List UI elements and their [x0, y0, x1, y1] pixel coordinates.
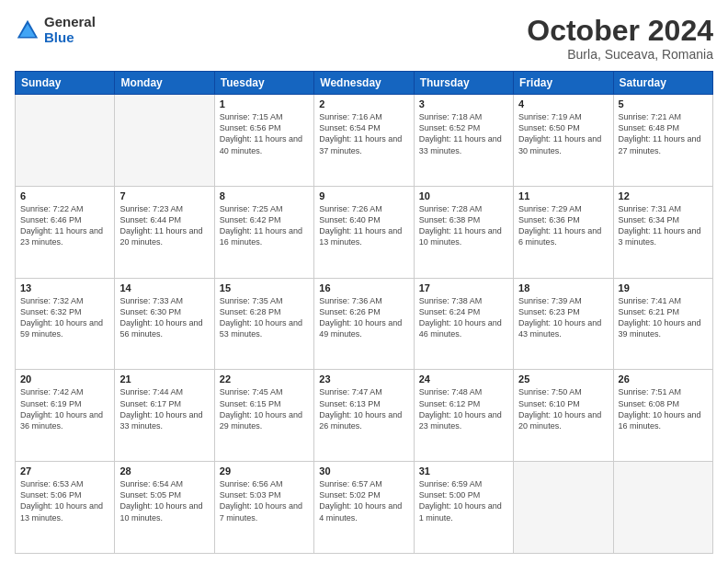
day-detail: Sunrise: 7:33 AM Sunset: 6:30 PM Dayligh… [119, 295, 209, 340]
weekday-header: Thursday [414, 72, 513, 95]
calendar-cell: 30Sunrise: 6:57 AM Sunset: 5:02 PM Dayli… [314, 462, 414, 554]
calendar-cell: 17Sunrise: 7:38 AM Sunset: 6:24 PM Dayli… [414, 278, 513, 370]
logo-text: General Blue [44, 15, 96, 45]
calendar-cell [115, 95, 214, 187]
calendar-cell: 1Sunrise: 7:15 AM Sunset: 6:56 PM Daylig… [214, 95, 313, 187]
day-number: 1 [220, 98, 309, 109]
calendar-cell: 5Sunrise: 7:21 AM Sunset: 6:48 PM Daylig… [613, 95, 712, 187]
day-detail: Sunrise: 7:29 AM Sunset: 6:36 PM Dayligh… [518, 203, 608, 248]
day-detail: Sunrise: 7:23 AM Sunset: 6:44 PM Dayligh… [119, 203, 209, 248]
day-number: 13 [20, 282, 109, 293]
day-detail: Sunrise: 7:32 AM Sunset: 6:32 PM Dayligh… [20, 295, 109, 340]
calendar-cell: 28Sunrise: 6:54 AM Sunset: 5:05 PM Dayli… [115, 462, 214, 554]
calendar-week-row: 13Sunrise: 7:32 AM Sunset: 6:32 PM Dayli… [16, 278, 713, 370]
logo-general: General [44, 15, 96, 30]
day-number: 20 [20, 373, 109, 385]
day-number: 5 [619, 98, 708, 109]
calendar-cell: 31Sunrise: 6:59 AM Sunset: 5:00 PM Dayli… [414, 462, 513, 554]
day-detail: Sunrise: 7:36 AM Sunset: 6:26 PM Dayligh… [319, 295, 408, 340]
calendar-week-row: 27Sunrise: 6:53 AM Sunset: 5:06 PM Dayli… [16, 462, 713, 554]
day-number: 11 [518, 190, 608, 201]
day-detail: Sunrise: 7:41 AM Sunset: 6:21 PM Dayligh… [619, 295, 708, 340]
calendar-cell: 27Sunrise: 6:53 AM Sunset: 5:06 PM Dayli… [16, 462, 115, 554]
day-detail: Sunrise: 6:53 AM Sunset: 5:06 PM Dayligh… [20, 478, 109, 523]
weekday-header: Friday [514, 72, 613, 95]
day-detail: Sunrise: 6:57 AM Sunset: 5:02 PM Dayligh… [319, 478, 408, 523]
day-number: 17 [419, 282, 508, 293]
day-number: 15 [220, 282, 309, 293]
day-detail: Sunrise: 7:26 AM Sunset: 6:40 PM Dayligh… [319, 203, 408, 248]
month-title: October 2024 [527, 15, 713, 47]
day-number: 26 [619, 373, 708, 385]
day-detail: Sunrise: 7:35 AM Sunset: 6:28 PM Dayligh… [220, 295, 309, 340]
logo-icon [15, 17, 40, 43]
day-detail: Sunrise: 7:47 AM Sunset: 6:13 PM Dayligh… [319, 386, 408, 431]
day-number: 19 [619, 282, 708, 293]
day-detail: Sunrise: 7:15 AM Sunset: 6:56 PM Dayligh… [220, 111, 309, 156]
calendar-cell: 24Sunrise: 7:48 AM Sunset: 6:12 PM Dayli… [414, 370, 513, 462]
day-number: 8 [220, 190, 309, 201]
calendar-cell: 2Sunrise: 7:16 AM Sunset: 6:54 PM Daylig… [314, 95, 414, 187]
day-detail: Sunrise: 7:16 AM Sunset: 6:54 PM Dayligh… [319, 111, 408, 156]
calendar-cell [514, 462, 613, 554]
calendar-cell: 23Sunrise: 7:47 AM Sunset: 6:13 PM Dayli… [314, 370, 414, 462]
calendar-cell: 3Sunrise: 7:18 AM Sunset: 6:52 PM Daylig… [414, 95, 513, 187]
calendar-cell: 15Sunrise: 7:35 AM Sunset: 6:28 PM Dayli… [214, 278, 313, 370]
calendar-cell: 16Sunrise: 7:36 AM Sunset: 6:26 PM Dayli… [314, 278, 414, 370]
calendar-cell: 9Sunrise: 7:26 AM Sunset: 6:40 PM Daylig… [314, 186, 414, 278]
header: General Blue October 2024 Burla, Suceava… [15, 15, 713, 62]
day-detail: Sunrise: 7:18 AM Sunset: 6:52 PM Dayligh… [419, 111, 508, 156]
calendar-cell: 18Sunrise: 7:39 AM Sunset: 6:23 PM Dayli… [514, 278, 613, 370]
day-number: 12 [619, 190, 708, 201]
logo-blue: Blue [44, 30, 96, 46]
day-number: 30 [319, 465, 408, 477]
day-number: 14 [119, 282, 209, 293]
calendar-week-row: 1Sunrise: 7:15 AM Sunset: 6:56 PM Daylig… [16, 95, 713, 187]
day-detail: Sunrise: 7:38 AM Sunset: 6:24 PM Dayligh… [419, 295, 508, 340]
weekday-header: Wednesday [314, 72, 414, 95]
calendar-cell: 20Sunrise: 7:42 AM Sunset: 6:19 PM Dayli… [16, 370, 115, 462]
calendar-cell: 11Sunrise: 7:29 AM Sunset: 6:36 PM Dayli… [514, 186, 613, 278]
weekday-header: Monday [115, 72, 214, 95]
weekday-header: Tuesday [214, 72, 313, 95]
day-number: 16 [319, 282, 408, 293]
day-detail: Sunrise: 7:25 AM Sunset: 6:42 PM Dayligh… [220, 203, 309, 248]
calendar-cell: 6Sunrise: 7:22 AM Sunset: 6:46 PM Daylig… [16, 186, 115, 278]
day-number: 10 [419, 190, 508, 201]
weekday-header: Saturday [613, 72, 712, 95]
day-number: 3 [419, 98, 508, 109]
day-number: 23 [319, 373, 408, 385]
calendar-cell: 21Sunrise: 7:44 AM Sunset: 6:17 PM Dayli… [115, 370, 214, 462]
day-number: 31 [419, 465, 508, 477]
calendar-week-row: 6Sunrise: 7:22 AM Sunset: 6:46 PM Daylig… [16, 186, 713, 278]
day-number: 6 [20, 190, 109, 201]
day-number: 7 [119, 190, 209, 201]
calendar-cell: 29Sunrise: 6:56 AM Sunset: 5:03 PM Dayli… [214, 462, 313, 554]
calendar-cell: 7Sunrise: 7:23 AM Sunset: 6:44 PM Daylig… [115, 186, 214, 278]
calendar-cell: 13Sunrise: 7:32 AM Sunset: 6:32 PM Dayli… [16, 278, 115, 370]
calendar-cell: 22Sunrise: 7:45 AM Sunset: 6:15 PM Dayli… [214, 370, 313, 462]
calendar-header: SundayMondayTuesdayWednesdayThursdayFrid… [16, 72, 713, 95]
day-number: 4 [518, 98, 608, 109]
calendar-cell: 12Sunrise: 7:31 AM Sunset: 6:34 PM Dayli… [613, 186, 712, 278]
day-number: 21 [119, 373, 209, 385]
calendar-cell [613, 462, 712, 554]
day-detail: Sunrise: 7:21 AM Sunset: 6:48 PM Dayligh… [619, 111, 708, 156]
day-detail: Sunrise: 6:54 AM Sunset: 5:05 PM Dayligh… [119, 478, 209, 523]
day-number: 9 [319, 190, 408, 201]
calendar-cell: 14Sunrise: 7:33 AM Sunset: 6:30 PM Dayli… [115, 278, 214, 370]
location: Burla, Suceava, Romania [527, 47, 713, 62]
weekday-header: Sunday [16, 72, 115, 95]
day-number: 27 [20, 465, 109, 477]
day-detail: Sunrise: 7:51 AM Sunset: 6:08 PM Dayligh… [619, 386, 708, 431]
calendar-cell: 26Sunrise: 7:51 AM Sunset: 6:08 PM Dayli… [613, 370, 712, 462]
calendar-cell [16, 95, 115, 187]
day-detail: Sunrise: 7:28 AM Sunset: 6:38 PM Dayligh… [419, 203, 508, 248]
day-detail: Sunrise: 7:22 AM Sunset: 6:46 PM Dayligh… [20, 203, 109, 248]
day-number: 2 [319, 98, 408, 109]
day-number: 18 [518, 282, 608, 293]
calendar-body: 1Sunrise: 7:15 AM Sunset: 6:56 PM Daylig… [16, 95, 713, 554]
day-number: 25 [518, 373, 608, 385]
logo: General Blue [15, 15, 96, 45]
calendar-cell: 8Sunrise: 7:25 AM Sunset: 6:42 PM Daylig… [214, 186, 313, 278]
